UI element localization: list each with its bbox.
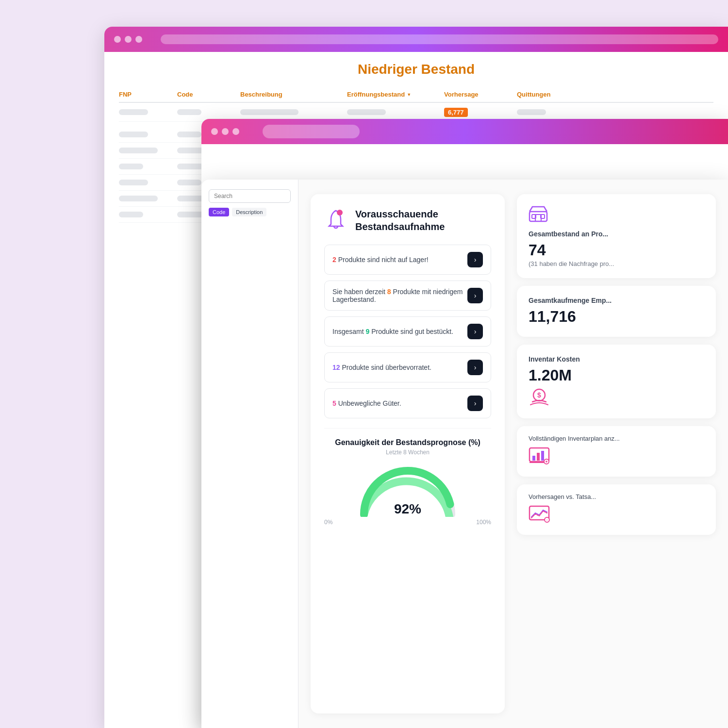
stat-subtitle-0: (31 haben die Nachfrage pro... xyxy=(529,260,704,267)
link-title-0: Vollständigen Inventarplan anz... xyxy=(529,435,704,442)
col-quittungen: Quittungen xyxy=(517,91,590,98)
alert-num-3: 12 xyxy=(332,364,340,371)
skel xyxy=(119,164,143,169)
stat-value-0: 74 xyxy=(529,241,704,259)
alert-num-2: 9 xyxy=(365,328,369,335)
alert-arrow-4[interactable]: › xyxy=(467,396,483,411)
dot-1 xyxy=(114,36,121,43)
gauge-subtitle: Letzte 8 Wochen xyxy=(324,449,491,456)
gauge-min-label: 0% xyxy=(324,519,332,526)
window-mid-titlebar xyxy=(201,119,728,144)
skel-cell xyxy=(119,109,148,115)
cards-right: Gesamtbestand an Pro... 74 (31 haben die… xyxy=(517,194,716,713)
alert-num-4: 5 xyxy=(332,399,336,407)
dot-2 xyxy=(222,128,229,135)
svg-rect-8 xyxy=(532,456,535,461)
skel xyxy=(119,212,143,217)
alerts-card-title: Vorausschauende Bestandsaufnahme xyxy=(355,208,491,233)
skel-cell xyxy=(177,109,201,115)
page-title: Niedriger Bestand xyxy=(119,62,713,77)
svg-rect-9 xyxy=(537,453,540,461)
skel xyxy=(119,196,158,201)
alert-item-2: Insgesamt 9 Produkte sind gut bestückt. … xyxy=(324,316,491,347)
stat-title-0: Gesamtbestand an Pro... xyxy=(529,230,704,238)
alerts-card: Vorausschauende Bestandsaufnahme 2 Produ… xyxy=(311,194,505,713)
stat-value-2: 1.20M xyxy=(529,366,704,384)
col-beschreibung: Beschreibung xyxy=(240,91,347,98)
highlighted-value: 6,777 xyxy=(444,108,468,117)
stat-value-1: 11,716 xyxy=(529,307,704,326)
alert-item-4: 5 Unbewegliche Güter. › xyxy=(324,388,491,418)
front-sidebar: Code Description xyxy=(201,180,298,728)
alert-text-1: Sie haben derzeit 8 Produkte mit niedrig… xyxy=(332,288,467,303)
sidebar-tags: Code Description xyxy=(209,208,291,216)
col-fnp: FNP xyxy=(119,91,177,98)
col-eroeffnung: Eröffnungsbestand xyxy=(347,91,444,98)
skel xyxy=(119,180,148,185)
stat-card-0: Gesamtbestand an Pro... 74 (31 haben die… xyxy=(517,194,716,278)
alert-item-1: Sie haben derzeit 8 Produkte mit niedrig… xyxy=(324,281,491,311)
skel xyxy=(119,132,148,137)
alert-num-0: 2 xyxy=(332,256,336,264)
stat-title-2: Inventar Kosten xyxy=(529,355,704,363)
forecast-icon: ~ xyxy=(529,505,704,526)
alert-arrow-2[interactable]: › xyxy=(467,324,483,339)
tag-description[interactable]: Description xyxy=(232,208,266,216)
mid-search-bar xyxy=(263,125,360,138)
svg-text:~: ~ xyxy=(546,518,548,522)
chart-icon xyxy=(529,447,704,468)
skel xyxy=(177,132,201,137)
table-header: FNP Code Beschreibung Eröffnungsbestand … xyxy=(119,87,713,103)
alert-arrow-0[interactable]: › xyxy=(467,252,483,267)
dot-3 xyxy=(232,128,239,135)
skel xyxy=(119,148,158,153)
link-card-0[interactable]: Vollständigen Inventarplan anz... xyxy=(517,426,716,477)
gauge-section: Genauigkeit der Bestandsprognose (%) Let… xyxy=(324,428,491,526)
alert-text-0: 2 Produkte sind nicht auf Lager! xyxy=(332,256,429,264)
alert-num-1: 8 xyxy=(387,288,391,296)
tag-code[interactable]: Code xyxy=(209,208,229,216)
gauge-labels: 0% 100% xyxy=(324,519,491,526)
store-icon xyxy=(529,205,704,226)
alert-text-4: 5 Unbewegliche Güter. xyxy=(332,399,401,407)
skel-cell xyxy=(347,109,386,115)
front-main-content: Vorausschauende Bestandsaufnahme 2 Produ… xyxy=(298,180,728,728)
svg-text:$: $ xyxy=(537,391,541,399)
skel-cell xyxy=(240,109,298,115)
alert-text-2: Insgesamt 9 Produkte sind gut bestückt. xyxy=(332,328,453,335)
link-card-1[interactable]: Vorhersagen vs. Tatsa... ~ xyxy=(517,484,716,535)
alert-arrow-3[interactable]: › xyxy=(467,360,483,375)
gauge-max-label: 100% xyxy=(476,519,491,526)
skel xyxy=(177,180,201,185)
gauge-value: 92% xyxy=(394,501,421,517)
alert-arrow-1[interactable]: › xyxy=(467,288,483,303)
money-icon: $ xyxy=(529,388,550,406)
svg-point-0 xyxy=(337,210,343,215)
stat-card-2: Inventar Kosten 1.20M $ xyxy=(517,345,716,418)
col-code: Code xyxy=(177,91,240,98)
dot-1 xyxy=(211,128,218,135)
stat-card-1: Gesamtkaufmenge Emp... 11,716 xyxy=(517,286,716,336)
alert-text-3: 12 Produkte sind überbevorratet. xyxy=(332,364,431,371)
skel-cell xyxy=(517,109,546,115)
dot-2 xyxy=(125,36,132,43)
window-front: Code Description Vorausschauende Bestand… xyxy=(201,180,728,728)
alerts-card-header: Vorausschauende Bestandsaufnahme xyxy=(324,208,491,233)
stat-title-1: Gesamtkaufmenge Emp... xyxy=(529,297,704,304)
svg-rect-10 xyxy=(541,451,544,461)
search-input[interactable] xyxy=(209,189,291,203)
dot-3 xyxy=(135,36,142,43)
link-title-1: Vorhersagen vs. Tatsa... xyxy=(529,493,704,500)
window-back-titlebar xyxy=(104,27,728,52)
col-vorhersage: Vorhersage xyxy=(444,91,517,98)
alert-item-3: 12 Produkte sind überbevorratet. › xyxy=(324,352,491,382)
highlighted-value-cell: 6,777 xyxy=(444,108,517,116)
bell-icon xyxy=(324,208,347,231)
gauge-chart: 92% xyxy=(354,463,461,517)
gauge-title: Genauigkeit der Bestandsprognose (%) xyxy=(324,438,491,447)
alert-item-0: 2 Produkte sind nicht auf Lager! › xyxy=(324,245,491,275)
